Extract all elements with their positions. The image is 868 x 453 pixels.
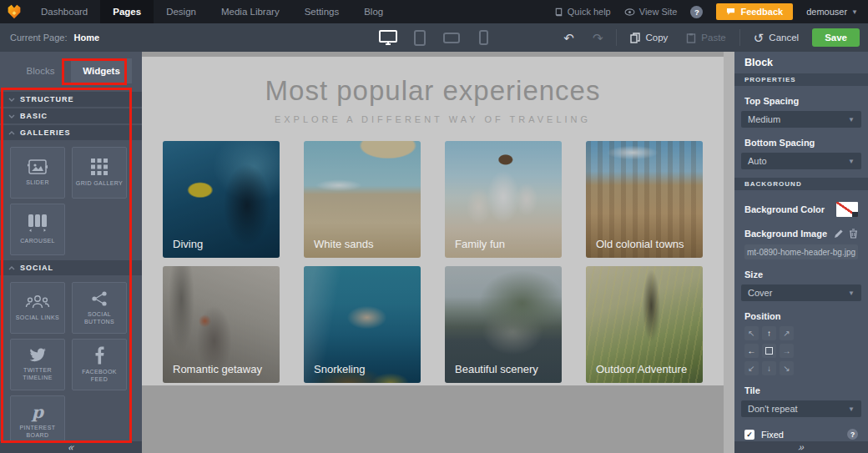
copy-icon	[630, 33, 640, 43]
position-grid: ↖ ↑ ↗ ← → ↙ ↓ ↘	[744, 326, 858, 375]
help-icon[interactable]: ?	[690, 6, 703, 18]
position-right-button[interactable]: →	[780, 344, 794, 358]
paste-button[interactable]: Paste	[681, 33, 730, 43]
section-galleries[interactable]: GALLERIES	[0, 125, 142, 140]
tablet-landscape-preview-icon[interactable]	[441, 27, 462, 48]
widget-grid-gallery[interactable]: GRID GALLERY	[72, 147, 127, 199]
feedback-button[interactable]: Feedback	[716, 3, 793, 20]
social-widget-grid: SOCIAL LINKS SOCIAL BUTTONS TWITTER TIME…	[0, 277, 142, 452]
position-top-right-button[interactable]: ↗	[780, 326, 794, 340]
current-page: Current Page: Home	[0, 33, 99, 43]
widgets-sidebar: Blocks Widgets STRUCTURE BASIC GALLERIES…	[0, 52, 142, 453]
widget-facebook-feed[interactable]: FACEBOOK FEED	[72, 339, 127, 390]
chevron-down-icon: ▼	[848, 289, 855, 297]
phone-preview-icon[interactable]	[472, 27, 494, 48]
background-color-label: Background Color	[744, 204, 825, 214]
gallery-row-1: Diving White sands Family fun Old coloni…	[142, 141, 724, 258]
nav-pages[interactable]: Pages	[100, 0, 154, 23]
undo-button[interactable]: ↶	[558, 32, 579, 44]
delete-image-button[interactable]	[849, 229, 858, 239]
size-label: Size	[744, 269, 858, 279]
section-social[interactable]: SOCIAL	[0, 260, 142, 275]
gallery-item-beautiful-scenery[interactable]: Beautiful scenery	[445, 266, 562, 383]
collapse-left-panel[interactable]: «	[0, 441, 142, 453]
chevron-down-icon	[8, 114, 20, 118]
current-page-name[interactable]: Home	[73, 33, 99, 43]
gallery-item-outdoor-adventure[interactable]: Outdoor Adventure	[586, 266, 703, 383]
chat-bubble-icon	[726, 8, 735, 16]
facebook-icon	[94, 346, 104, 365]
gallery-item-family-fun[interactable]: Family fun	[445, 141, 562, 258]
redo-button[interactable]: ↷	[588, 32, 608, 44]
collapse-right-icon: »	[797, 442, 805, 452]
canvas-scrollbar[interactable]	[724, 52, 734, 453]
block-subtitle[interactable]: EXPLORE A DIFFERENT WAY OF TRAVELING	[142, 114, 724, 124]
page-canvas: Most popular experiences EXPLORE A DIFFE…	[142, 52, 734, 453]
user-menu[interactable]: demouser ▼	[806, 7, 858, 17]
position-label: Position	[744, 311, 858, 321]
save-button[interactable]: Save	[812, 28, 860, 47]
block-title[interactable]: Most popular experiences	[142, 57, 724, 107]
bottom-spacing-select[interactable]: Auto ▼	[741, 153, 861, 169]
nav-design[interactable]: Design	[154, 0, 209, 23]
section-structure[interactable]: STRUCTURE	[0, 92, 142, 107]
position-left-button[interactable]: ←	[744, 344, 759, 358]
fixed-help-icon[interactable]: ?	[847, 429, 858, 440]
cancel-button[interactable]: ↺ Cancel	[749, 32, 804, 44]
edit-image-button[interactable]	[834, 229, 844, 239]
device-preview-group	[377, 23, 494, 52]
collapse-right-panel[interactable]: »	[734, 441, 868, 453]
background-color-swatch[interactable]	[836, 202, 858, 217]
tab-widgets[interactable]: Widgets	[71, 58, 132, 83]
position-bottom-left-button[interactable]: ↙	[744, 361, 759, 375]
book-icon	[554, 8, 563, 17]
gallery-item-diving[interactable]: Diving	[163, 141, 280, 258]
widget-twitter-timeline[interactable]: TWITTER TIMELINE	[10, 339, 65, 390]
desktop-preview-icon[interactable]	[377, 27, 399, 48]
top-spacing-label: Top Spacing	[744, 96, 858, 106]
gallery-item-romantic-getaway[interactable]: Romantic getaway	[163, 266, 280, 383]
widget-social-links[interactable]: SOCIAL LINKS	[10, 282, 65, 334]
fixed-checkbox[interactable]: ✓	[744, 430, 754, 440]
nav-settings[interactable]: Settings	[292, 0, 352, 23]
nav-blog[interactable]: Blog	[351, 0, 396, 23]
quick-help-link[interactable]: Quick help	[554, 7, 611, 17]
top-spacing-select[interactable]: Medium ▼	[741, 111, 861, 128]
chevron-up-icon	[8, 266, 20, 270]
chevron-down-icon: ▼	[848, 116, 855, 123]
background-image-label: Background Image	[744, 229, 827, 239]
widget-social-buttons[interactable]: SOCIAL BUTTONS	[72, 282, 127, 334]
toolbar-separator	[616, 29, 617, 46]
tile-select[interactable]: Don't repeat ▼	[741, 400, 861, 417]
gallery-item-old-colonial-towns[interactable]: Old colonial towns	[586, 141, 703, 258]
panel-title: Block	[734, 52, 868, 73]
bottom-spacing-label: Bottom Spacing	[744, 138, 858, 148]
position-bottom-right-button[interactable]: ↘	[780, 361, 794, 375]
widget-slider[interactable]: SLIDER	[10, 147, 65, 199]
motocms-logo-icon[interactable]	[0, 0, 28, 23]
copy-button[interactable]: Copy	[625, 33, 673, 43]
size-select[interactable]: Cover ▼	[741, 284, 861, 301]
position-top-left-button[interactable]: ↖	[744, 326, 759, 340]
view-site-link[interactable]: View Site	[624, 7, 678, 17]
background-image-filename[interactable]: mt-0890-home-header-bg.jpg	[744, 244, 858, 259]
fixed-label: Fixed	[761, 430, 784, 440]
grid-gallery-icon	[90, 158, 108, 176]
gallery-item-snorkeling[interactable]: Snorkeling	[304, 266, 421, 383]
tablet-portrait-preview-icon[interactable]	[409, 27, 431, 48]
slider-icon	[25, 159, 50, 175]
section-basic[interactable]: BASIC	[0, 108, 142, 123]
tab-blocks[interactable]: Blocks	[10, 58, 71, 83]
chevron-down-icon: ▼	[848, 405, 855, 413]
cancel-icon: ↺	[754, 32, 765, 44]
widget-carousel[interactable]: CAROUSEL	[10, 204, 65, 255]
nav-dashboard[interactable]: Dashboard	[28, 0, 100, 23]
gallery-item-white-sands[interactable]: White sands	[304, 141, 421, 258]
nav-media-library[interactable]: Media Library	[209, 0, 292, 23]
selected-block[interactable]: Most popular experiences EXPLORE A DIFFE…	[142, 57, 724, 385]
position-center-button[interactable]	[762, 344, 776, 358]
paste-icon	[686, 33, 696, 43]
widget-pinterest-board[interactable]: p PINTEREST BOARD	[10, 395, 65, 447]
position-bottom-button[interactable]: ↓	[762, 361, 776, 375]
position-top-button[interactable]: ↑	[762, 326, 776, 340]
